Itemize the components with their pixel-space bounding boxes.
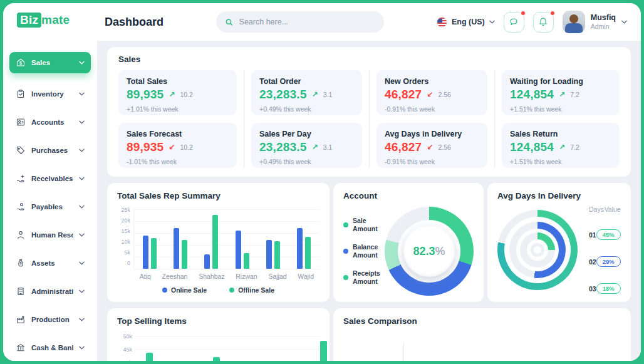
stat-title: Total Order [259,77,354,86]
chevron-down-icon [79,289,85,293]
bar-group [297,228,311,269]
bell-icon [538,17,548,27]
app-logo: Bizmate [3,13,97,27]
sales-comparison-chart [343,330,621,361]
sidebar-item-purchases[interactable]: Purchases [9,143,91,158]
value-badge: 18% [596,283,621,294]
sidebar-item-inventory[interactable]: Inventory [9,86,91,101]
stat-note: +0.49% this week [259,158,354,165]
stat-note: +0.49% this week [259,105,354,113]
svg-text:$: $ [19,261,21,265]
legend-dot [343,249,348,254]
y-tick-label: 0 [117,260,130,266]
chevron-down-icon [79,92,85,96]
account-donut-chart: 82.3% [385,207,474,296]
user-role: Admin [591,23,616,31]
day-label: 02 [589,258,596,266]
chevron-down-icon [79,148,85,152]
search-input[interactable] [239,18,375,26]
us-flag-icon [437,17,447,28]
stat-card: Avg Days in Delivery46,827↙2.56-0.91% th… [377,123,487,168]
trend-up-arrow-icon: ↗ [559,90,565,99]
bar [151,238,157,269]
trend-up-arrow-icon: ↗ [559,143,565,152]
legend-dot [229,288,234,293]
sidebar-item-cash-bank[interactable]: Cash & Bank [9,340,91,355]
payables-icon [16,202,26,212]
column-header-days: Days [589,205,604,213]
sidebar-item-administration[interactable]: Administration [9,284,91,299]
stats-section-title: Sales [118,55,620,64]
sidebar-item-production[interactable]: Production [9,312,91,327]
day-label: 03 [589,285,596,293]
x-tick-label: Wajid [298,273,314,280]
stat-note: +1.51% this week [510,105,611,113]
sales-icon: $ [16,58,26,68]
legend-item: Balance Amount [343,243,381,259]
y-axis-labels: 25k20k15k10k5k0 [117,207,133,266]
bar [266,240,272,269]
bar [305,237,311,269]
sidebar-item-assets[interactable]: $Assets [9,256,91,271]
bar [174,228,179,269]
chevron-down-icon [489,20,495,24]
sidebar-item-human-resource[interactable]: Human Resource [9,227,91,242]
chat-icon [509,17,519,27]
day-label: 01 [589,231,596,239]
human-resource-icon [16,230,26,240]
bar [146,353,153,361]
user-menu[interactable]: Musfiq Admin [563,11,627,33]
administration-icon [16,286,26,296]
svg-text:$: $ [19,61,22,66]
y-tick-label: 25k [117,207,130,213]
stat-trend-value: 7.2 [570,91,579,98]
chart-title: Total Sales Rep Summary [117,191,319,200]
bar [143,236,148,269]
avg-days-row: 0145% [586,229,623,240]
legend-item: Receipts Amount [343,269,381,286]
sidebar-item-sales[interactable]: $Sales [9,52,91,73]
stat-card: New Orders46,827↙2.56-0.91% this week [377,70,487,115]
stat-value: 89,935 [127,140,164,154]
stats-column: Total Sales89,935↗10.2+1.01% this weekSa… [118,70,244,168]
cash-bank-icon [16,343,26,353]
sidebar-item-payables[interactable]: Payables [9,199,91,214]
y-tick-label: 40k [117,360,132,361]
sidebar-item-accounts[interactable]: Accounts [9,115,91,130]
stats-column: Total Order23,283.5↗3.1+0.49% this weekS… [244,70,369,168]
value-badge: 45% [596,229,621,240]
sales-comparison-panel: Sales Comparison [333,308,631,361]
messages-button[interactable] [504,12,524,33]
x-tick-label: Atiq [140,273,151,280]
language-selector[interactable]: Eng (US) [437,17,495,28]
sidebar-item-receivables[interactable]: Receivables [9,171,91,186]
chart-title: Top Selling Items [117,316,319,326]
column-header-value: Value [605,205,621,213]
sidebar: Bizmate $SalesInventoryAccountsPurchases… [3,3,97,361]
legend-item: Online Sale [162,286,207,294]
sidebar-item-label: Cash & Bank [31,344,73,351]
y-tick-label: 10k [117,239,130,245]
accounts-icon [16,117,26,127]
stat-note: -0.91% this week [385,105,479,113]
stat-trend-value: 10.2 [180,91,192,98]
assets-icon: $ [16,258,26,268]
sidebar-item-label: Production [31,316,73,323]
bar [212,215,218,269]
x-axis-labels: AtiqZeeshanShahbazRizwanSajjadWajid [134,273,319,280]
stat-card: Sales Per Day23,283.5↗3.1+0.49% this wee… [251,123,362,168]
trend-up-arrow-icon: ↗ [312,143,318,152]
sidebar-item-label: Inventory [31,90,73,98]
sidebar-item-label: Human Resource [31,231,73,239]
stat-value: 23,283.5 [259,88,307,101]
notifications-button[interactable] [533,12,554,33]
chevron-down-icon [79,177,85,180]
purchases-icon [16,145,26,155]
stat-value: 23,283.5 [259,140,307,154]
search-bar[interactable] [216,11,384,33]
chart-title: Sales Comparison [343,316,621,326]
radial-rings-chart [497,210,578,290]
bar [182,240,187,269]
value-badge: 29% [596,256,621,267]
y-tick-label: 15k [117,228,130,234]
